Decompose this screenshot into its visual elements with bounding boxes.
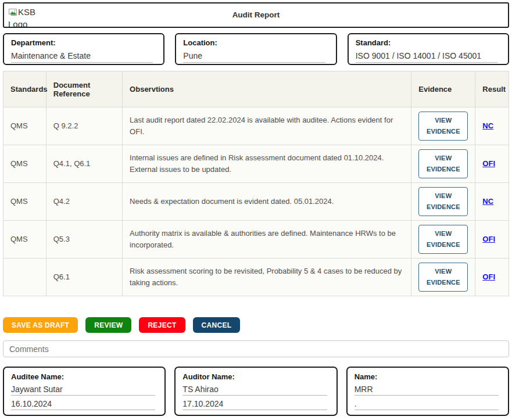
view-evidence-button[interactable]: VIEW EVIDENCE [418,112,468,140]
doc-ref-cell: Q6.1 [46,259,122,296]
broken-image-icon [8,8,17,16]
signature-name-value[interactable]: Jaywant Sutar [11,381,155,396]
view-evidence-button[interactable]: VIEW EVIDENCE [418,225,468,253]
result-link[interactable]: OFI [482,272,495,281]
department-label: Department: [11,38,156,47]
info-fields-row: Department: Maintenance & Estate Locatio… [3,33,509,65]
result-cell: NC [475,107,509,145]
result-cell: NC [475,183,509,221]
signature-box: Auditor Name: TS Ahirao 17.10.2024 [174,367,337,416]
signature-label: Auditor Name: [182,372,329,381]
company-logo: KSB Logo [8,6,45,28]
audit-table: Standards Document Reference Observtions… [3,71,509,296]
cancel-button[interactable]: CANCEL [193,317,241,333]
table-row: QMS Q 9.2.2 Last audit report dated 22.0… [3,107,509,145]
audit-report-page: KSB Logo Audit Report Department: Mainte… [0,0,512,416]
result-cell: OFI [475,259,509,296]
department-field: Department: Maintenance & Estate [3,33,164,65]
result-link[interactable]: OFI [482,159,495,168]
review-button[interactable]: REVIEW [85,317,131,333]
page-title: Audit Report [4,3,508,27]
view-evidence-button[interactable]: VIEW EVIDENCE [418,187,468,216]
standard-cell: QMS [3,183,46,221]
doc-ref-cell: Q5.3 [46,221,122,259]
signatures-row: Auditee Name: Jaywant Sutar 16.10.2024 A… [3,367,509,416]
signature-name-value[interactable]: MRR [355,381,499,396]
observation-cell: Last audit report dated 22.02.2024 is av… [123,107,411,145]
comments-input[interactable] [3,340,509,357]
result-link[interactable]: OFI [482,235,495,243]
table-row: QMS Q4.2 Needs & expectation document is… [3,183,509,221]
view-evidence-button[interactable]: VIEW EVIDENCE [418,263,468,291]
result-cell: OFI [475,221,509,259]
doc-ref-cell: Q4.1, Q6.1 [46,145,122,183]
table-row: Q6.1 Risk assessment scoring to be revis… [3,259,509,296]
location-label: Location: [183,38,328,47]
result-link[interactable]: NC [482,197,493,206]
table-row: QMS Q5.3 Authority matrix is available &… [3,221,509,259]
report-header: KSB Logo Audit Report [3,2,509,28]
standard-cell: QMS [3,107,46,145]
audit-table-header: Standards Document Reference Observtions… [3,71,509,107]
signature-box: Name: MRR . [346,367,509,416]
signature-name-value[interactable]: TS Ahirao [182,381,327,396]
signature-box: Auditee Name: Jaywant Sutar 16.10.2024 [3,367,166,416]
signature-date-value[interactable]: . [355,396,499,410]
standard-cell [3,259,46,296]
actions-row: SAVE AS DRAFT REVIEW REJECT CANCEL [3,317,509,333]
col-header-result: Result [475,71,509,107]
location-field: Location: Pune [175,33,336,65]
col-header-standards: Standards [3,71,46,107]
standard-label: Standard: [356,38,501,47]
observation-cell: Risk assessment scoring to be revisited,… [123,259,411,296]
table-row: QMS Q4.1, Q6.1 Internal issues are defin… [3,145,509,183]
standard-cell: QMS [3,145,46,183]
result-cell: OFI [475,145,509,183]
result-link[interactable]: NC [482,121,493,130]
signature-label: Auditee Name: [11,372,157,381]
col-header-observations: Observtions [123,71,411,107]
view-evidence-button[interactable]: VIEW EVIDENCE [418,149,468,178]
standard-cell: QMS [3,221,46,259]
doc-ref-cell: Q 9.2.2 [46,107,122,145]
col-header-evidence: Evidence [411,71,475,107]
signature-label: Name: [355,372,501,381]
signature-date-value[interactable]: 17.10.2024 [182,396,327,410]
doc-ref-cell: Q4.2 [46,183,122,221]
col-header-doc-reference: Document Reference [46,71,122,107]
observation-cell: Authority matrix is available & authorit… [123,221,411,259]
location-value[interactable]: Pune [183,47,325,63]
standard-value[interactable]: ISO 9001 / ISO 14001 / ISO 45001 [356,47,497,63]
save-as-draft-button[interactable]: SAVE AS DRAFT [3,317,78,333]
standard-field: Standard: ISO 9001 / ISO 14001 / ISO 450… [348,33,509,65]
observation-cell: Needs & expectation document is evident … [123,183,411,221]
audit-table-body: QMS Q 9.2.2 Last audit report dated 22.0… [3,107,509,296]
signature-date-value[interactable]: 16.10.2024 [11,396,155,410]
observation-cell: Internal issues are defined in Risk asse… [123,145,411,183]
reject-button[interactable]: REJECT [139,317,185,333]
department-value[interactable]: Maintenance & Estate [11,47,153,63]
